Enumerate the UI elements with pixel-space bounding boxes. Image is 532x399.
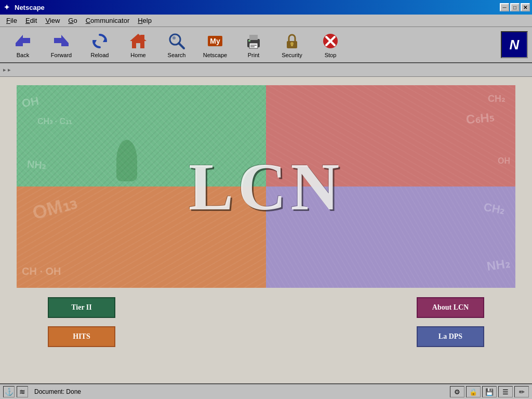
- status-lock-icon[interactable]: 🔒: [466, 386, 481, 397]
- security-button[interactable]: Security: [273, 29, 311, 60]
- menu-bar: File Edit View Go Communicator Help: [0, 15, 532, 27]
- netscape-label: Netscape: [203, 52, 227, 58]
- status-icon-wave: ≋: [17, 386, 28, 397]
- menu-file[interactable]: File: [2, 16, 21, 25]
- forward-button[interactable]: Forward: [43, 29, 80, 60]
- main-content: OH CH₃ · C₁₁ NH₂ CH₂ C₆H₅ OH OM₁₃ CH · O…: [0, 77, 532, 383]
- svg-line-11: [179, 43, 184, 48]
- search-icon: [167, 32, 186, 50]
- banner: OH CH₃ · C₁₁ NH₂ CH₂ C₆H₅ OH OM₁₃ CH · O…: [17, 85, 515, 288]
- maximize-button[interactable]: □: [510, 3, 520, 11]
- banner-quad-br: CH₂ NH₂: [266, 187, 515, 288]
- svg-text:My: My: [210, 37, 220, 45]
- toolbar: Back Forward Reload: [0, 27, 532, 63]
- svg-rect-20: [248, 40, 250, 42]
- window-controls: ─ □ ✕: [500, 3, 530, 11]
- title-bar: ✦ Netscape ─ □ ✕: [0, 0, 532, 15]
- menu-go[interactable]: Go: [64, 16, 81, 25]
- chem-text-tl3: NH₂: [26, 157, 47, 171]
- chem-text-br1: CH₂: [483, 201, 506, 218]
- about-lcn-button[interactable]: About LCN: [417, 297, 484, 318]
- minimize-button[interactable]: ─: [500, 3, 509, 11]
- stop-button[interactable]: Stop: [312, 29, 349, 60]
- la-dps-button[interactable]: La DPS: [417, 326, 484, 347]
- security-icon: [283, 32, 301, 50]
- chem-text-tr3: OH: [498, 156, 510, 166]
- menu-communicator[interactable]: Communicator: [82, 16, 134, 25]
- status-list-icon[interactable]: ☰: [498, 386, 513, 397]
- svg-rect-19: [250, 46, 255, 47]
- chem-text-tl2: CH₃ · C₁₁: [37, 116, 72, 126]
- svg-rect-1: [23, 38, 30, 43]
- svg-point-12: [172, 36, 176, 39]
- nav-buttons-left: Tier II HITS: [48, 297, 115, 347]
- close-button[interactable]: ✕: [521, 3, 530, 11]
- location-bar: ▸ ▸: [0, 63, 532, 77]
- chem-text-tr2: C₆H₅: [466, 110, 495, 127]
- status-right-icons: ⚙ 🔒 💾 ☰ ✏: [450, 386, 529, 397]
- forward-label: Forward: [51, 52, 72, 58]
- status-save-icon[interactable]: 💾: [482, 386, 497, 397]
- svg-rect-9: [140, 35, 144, 39]
- svg-marker-0: [16, 35, 23, 43]
- reload-label: Reload: [91, 52, 109, 58]
- forward-icon: [52, 32, 71, 50]
- location-breadcrumbs: ▸ ▸: [3, 66, 11, 73]
- hits-button[interactable]: HITS: [48, 326, 115, 347]
- reload-button[interactable]: Reload: [81, 29, 118, 60]
- print-button[interactable]: Print: [235, 29, 272, 60]
- chem-text-tl1: OH: [21, 94, 40, 110]
- window-title: Netscape: [15, 4, 500, 11]
- svg-rect-23: [291, 44, 293, 46]
- app-icon: ✦: [2, 3, 11, 12]
- status-bar: ⚓ ≋ Document: Done ⚙ 🔒 💾 ☰ ✏: [0, 383, 532, 399]
- nav-buttons-right: About LCN La DPS: [417, 297, 484, 347]
- status-edit-icon[interactable]: ✏: [514, 386, 529, 397]
- home-label: Home: [130, 52, 145, 58]
- netscape-logo: N: [501, 31, 528, 58]
- nav-buttons-container: Tier II HITS About LCN La DPS: [17, 297, 515, 347]
- menu-help[interactable]: Help: [134, 16, 156, 25]
- back-button[interactable]: Back: [4, 29, 42, 60]
- chem-text-bl1: OM₁₃: [30, 192, 79, 224]
- status-icon-anchor: ⚓: [3, 386, 15, 397]
- home-button[interactable]: Home: [119, 29, 157, 60]
- back-label: Back: [17, 52, 29, 58]
- tier2-button[interactable]: Tier II: [48, 297, 115, 318]
- banner-quad-tl: OH CH₃ · C₁₁ NH₂: [17, 85, 266, 187]
- status-text: Document: Done: [30, 388, 448, 395]
- status-gear-icon[interactable]: ⚙: [450, 386, 464, 397]
- svg-rect-4: [54, 38, 61, 43]
- menu-edit[interactable]: Edit: [21, 16, 41, 25]
- svg-rect-18: [250, 45, 257, 46]
- banner-quad-bl: OM₁₃ CH · OH: [17, 187, 266, 288]
- chem-text-br2: NH₂: [486, 256, 511, 274]
- svg-rect-5: [61, 43, 69, 46]
- print-label: Print: [248, 52, 260, 58]
- search-button[interactable]: Search: [158, 29, 195, 60]
- chem-text-tr1: CH₂: [488, 93, 505, 104]
- stop-icon: [321, 32, 340, 50]
- menu-view[interactable]: View: [41, 16, 64, 25]
- banner-quad-tr: CH₂ C₆H₅ OH: [266, 85, 515, 187]
- svg-marker-3: [61, 35, 69, 43]
- home-icon: [129, 32, 148, 50]
- svg-rect-2: [16, 43, 23, 46]
- stop-label: Stop: [325, 52, 337, 58]
- chem-text-bl2: CH · OH: [22, 265, 61, 277]
- back-icon: [14, 32, 32, 50]
- search-label: Search: [168, 52, 186, 58]
- reload-icon: [90, 32, 109, 50]
- security-label: Security: [282, 52, 302, 58]
- netscape-button[interactable]: My Netscape: [196, 29, 234, 60]
- print-icon: [244, 32, 263, 50]
- netscape-icon: My: [206, 32, 224, 50]
- svg-rect-16: [249, 35, 258, 40]
